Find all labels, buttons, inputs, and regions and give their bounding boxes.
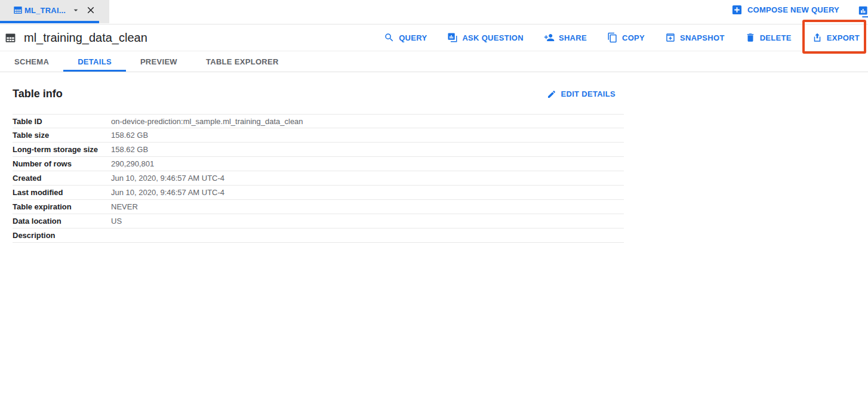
bigquery-table-details-screen: ML_TRAI... COMPOSE NEW QUERY ml_training… — [0, 0, 868, 420]
table-row-created: Created Jun 10, 2020, 9:46:57 AM UTC-4 — [13, 171, 624, 186]
ask-question-button[interactable]: ASK QUESTION — [447, 32, 524, 43]
editor-tab-label: ML_TRAI... — [24, 6, 66, 15]
row-value: 158.62 GB — [111, 131, 148, 140]
pencil-icon — [547, 89, 556, 99]
row-value: US — [111, 217, 122, 226]
edit-details-button[interactable]: EDIT DETAILS — [547, 89, 615, 99]
row-label: Number of rows — [13, 159, 111, 168]
row-label: Data location — [13, 217, 111, 226]
editor-tab-strip: ML_TRAI... COMPOSE NEW QUERY — [0, 0, 868, 24]
delete-button[interactable]: DELETE — [745, 32, 792, 43]
table-grid-icon-dark — [5, 32, 16, 44]
tab-schema-label: SCHEMA — [14, 57, 49, 66]
table-info-list: Table ID on-device-prediction:ml_sample.… — [13, 114, 624, 243]
close-tab-button[interactable] — [85, 5, 96, 16]
view-tabs: SCHEMA DETAILS PREVIEW TABLE EXPLORER — [0, 51, 868, 72]
edit-details-label: EDIT DETAILS — [561, 89, 615, 98]
row-label: Created — [13, 174, 111, 183]
chart-window-icon — [447, 32, 458, 43]
copy-button-label: COPY — [622, 33, 645, 42]
compose-new-query-label: COMPOSE NEW QUERY — [747, 5, 839, 14]
page-title: ml_training_data_clean — [24, 31, 147, 45]
chart-window-icon[interactable] — [858, 5, 868, 18]
table-row-last-modified: Last modified Jun 10, 2020, 9:46:57 AM U… — [13, 186, 624, 200]
plus-square-icon — [732, 5, 742, 15]
row-value: 290,290,801 — [111, 159, 154, 168]
editor-tab[interactable]: ML_TRAI... — [0, 0, 109, 23]
table-row-num-rows: Number of rows 290,290,801 — [13, 157, 624, 171]
upload-icon — [812, 32, 823, 43]
tab-details[interactable]: DETAILS — [63, 51, 126, 72]
copy-icon — [607, 32, 618, 43]
search-icon — [384, 32, 395, 43]
trash-icon — [745, 32, 756, 43]
row-label: Table size — [13, 131, 111, 140]
query-button-label: QUERY — [399, 33, 427, 42]
section-title: Table info — [13, 88, 63, 100]
row-value: Jun 10, 2020, 9:46:57 AM UTC-4 — [111, 188, 224, 197]
row-label: Table expiration — [13, 202, 111, 211]
snapshot-icon — [665, 32, 676, 43]
snapshot-button-label: SNAPSHOT — [680, 33, 725, 42]
chevron-down-icon[interactable] — [71, 5, 81, 15]
query-button[interactable]: QUERY — [384, 32, 427, 43]
tab-schema[interactable]: SCHEMA — [0, 51, 63, 72]
ask-question-button-label: ASK QUESTION — [462, 33, 524, 42]
table-header-row: ml_training_data_clean QUERY ASK QUESTIO… — [0, 24, 868, 51]
tab-table-explorer-label: TABLE EXPLORER — [206, 57, 279, 66]
row-value: on-device-prediction:ml_sample.ml_traini… — [111, 117, 303, 126]
table-grid-icon — [13, 5, 23, 15]
row-value: Jun 10, 2020, 9:46:57 AM UTC-4 — [111, 174, 224, 183]
compose-new-query-button[interactable]: COMPOSE NEW QUERY — [732, 5, 839, 15]
row-label: Description — [13, 231, 111, 240]
tab-preview[interactable]: PREVIEW — [126, 51, 192, 72]
share-button-label: SHARE — [559, 33, 587, 42]
tab-table-explorer[interactable]: TABLE EXPLORER — [192, 51, 293, 72]
table-actions-toolbar: QUERY ASK QUESTION SHARE COPY — [384, 32, 860, 43]
row-label: Table ID — [13, 117, 111, 126]
table-row-data-location: Data location US — [13, 214, 624, 228]
table-row-description: Description — [13, 228, 624, 243]
person-add-icon — [544, 32, 555, 43]
table-row-table-size: Table size 158.62 GB — [13, 128, 624, 143]
export-button-label: EXPORT — [827, 33, 860, 42]
copy-button[interactable]: COPY — [607, 32, 645, 43]
row-value: NEVER — [111, 202, 138, 211]
snapshot-button[interactable]: SNAPSHOT — [665, 32, 725, 43]
table-row-table-id: Table ID on-device-prediction:ml_sample.… — [13, 114, 624, 128]
row-value: 158.62 GB — [111, 145, 148, 154]
tab-preview-label: PREVIEW — [140, 57, 177, 66]
row-label: Last modified — [13, 188, 111, 197]
table-row-longterm-size: Long-term storage size 158.62 GB — [13, 143, 624, 157]
share-button[interactable]: SHARE — [544, 32, 587, 43]
table-row-expiration: Table expiration NEVER — [13, 200, 624, 214]
row-label: Long-term storage size — [13, 145, 111, 154]
export-button[interactable]: EXPORT — [812, 32, 860, 43]
tab-details-label: DETAILS — [78, 57, 112, 66]
delete-button-label: DELETE — [760, 33, 792, 42]
table-info-heading-row: Table info EDIT DETAILS — [13, 88, 615, 100]
